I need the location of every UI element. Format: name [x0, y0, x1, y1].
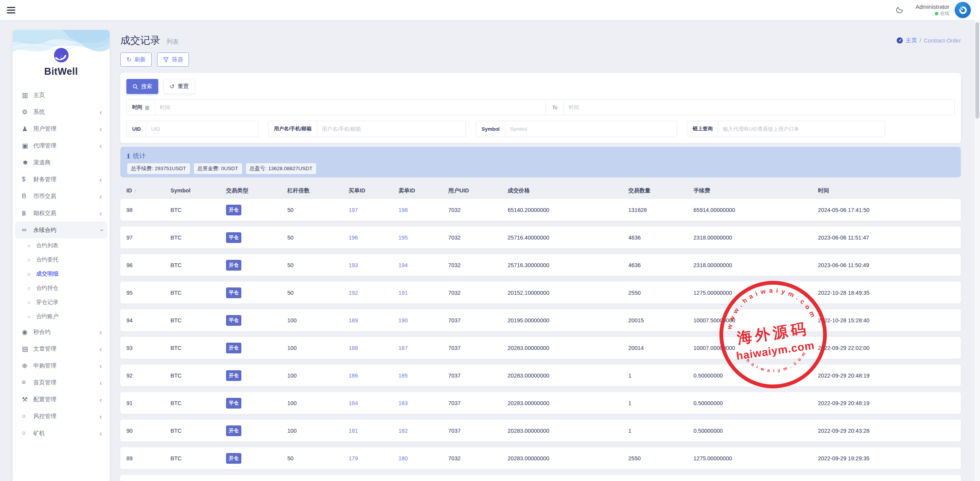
sell-order-link[interactable]: 195 [398, 235, 408, 241]
sidebar-item[interactable]: ◉ 秒合约 ‹ [13, 323, 110, 340]
sidebar-subitem[interactable]: ○ 穿仓记录 [13, 295, 110, 309]
chevron-icon: ‹ [97, 229, 104, 231]
breadcrumb: 主页 / Contract-Order [896, 34, 961, 44]
cell-uid: 7037 [448, 373, 508, 379]
sell-order-link[interactable]: 185 [398, 373, 408, 379]
newspaper-icon: ▤ [22, 345, 33, 353]
buy-order-link[interactable]: 196 [349, 235, 358, 241]
sidebar-item-label: 首页管理 [33, 379, 100, 386]
column-header[interactable]: 成交价格 [508, 187, 628, 194]
column-header[interactable]: 时间 [818, 187, 955, 194]
filter-button[interactable]: 筛选 [157, 53, 189, 67]
cell-time: 2022-09-29 20:48:19 [818, 373, 955, 379]
user-menu[interactable]: Administrator 在线 [916, 3, 949, 16]
cell-time: 2022-10-28 18:49:35 [818, 290, 955, 296]
scrollbar-thumb[interactable] [975, 22, 979, 119]
buy-order-link[interactable]: 188 [349, 345, 358, 351]
online-dot-icon [935, 12, 938, 15]
trade-type-badge: 开仓 [226, 343, 241, 353]
sidebar-item[interactable]: ▣ 代理管理 ‹ [13, 137, 110, 154]
cell-uid: 7032 [448, 262, 508, 268]
search-field-input[interactable] [317, 126, 465, 132]
sidebar-item[interactable]: ⚙ 系统 ‹ [13, 103, 110, 120]
column-header[interactable]: 卖单ID [398, 187, 448, 194]
user-icon: ♟ [22, 125, 33, 133]
sell-order-link[interactable]: 180 [398, 455, 408, 461]
sell-order-link[interactable]: 191 [398, 290, 408, 296]
sidebar-subitem[interactable]: ○ 合约委托 [13, 253, 110, 267]
calendar-icon: ▦ [145, 105, 149, 110]
sell-order-link[interactable]: 190 [398, 317, 408, 323]
sidebar-subitem-label: 穿仓记录 [36, 299, 58, 306]
sidebar-item[interactable]: ♟ 用户管理 ‹ [13, 120, 110, 137]
buy-order-link[interactable]: 181 [349, 428, 358, 434]
column-header[interactable]: 交易类型 [226, 187, 287, 194]
sidebar-item[interactable]: ∞ 永续合约 ‹ [15, 222, 107, 238]
cell-fee: 1275.00000000 [693, 455, 818, 461]
search-field-input[interactable] [505, 126, 677, 132]
sidebar-item[interactable]: ⊕ 申购管理 ‹ [13, 357, 110, 374]
menu-toggle-icon[interactable] [7, 5, 16, 15]
sell-order-link[interactable]: 183 [398, 400, 408, 406]
cell-leverage: 50 [287, 207, 349, 213]
search-field-input[interactable] [146, 126, 258, 132]
sidebar-item[interactable]: ☻ 渠道商 [13, 154, 110, 171]
sidebar-subitem-label: 合约列表 [36, 242, 58, 249]
breadcrumb-home-link[interactable]: 主页 [906, 37, 917, 44]
sidebar-item[interactable]: B 币币交易 ‹ [13, 188, 110, 205]
buy-order-link[interactable]: 184 [349, 400, 358, 406]
sell-order-link[interactable]: 187 [398, 345, 408, 351]
buy-order-link[interactable]: 179 [349, 455, 358, 461]
table-row: 96 BTC 开仓 50 193 194 7032 25716.30000000… [120, 254, 961, 276]
buy-order-link[interactable]: 193 [349, 262, 358, 268]
column-header[interactable]: 杠杆倍数 [287, 187, 349, 194]
circle-bullet-icon: ○ [27, 257, 30, 263]
sidebar-item[interactable]: ≡ 首页管理 ‹ [13, 374, 110, 391]
column-header[interactable]: 买单ID [349, 187, 398, 194]
column-header[interactable]: 交易数量 [628, 187, 693, 194]
sidebar-item[interactable]: ▥ 主页 [13, 87, 110, 103]
sidebar-subitem[interactable]: ○ 合约账户 [13, 309, 110, 323]
refresh-button[interactable]: ↻ 刷新 [120, 53, 152, 67]
cell-symbol: BTC [170, 317, 226, 323]
chevron-icon: ‹ [100, 430, 102, 437]
reset-button[interactable]: ↺ 重置 [164, 79, 195, 94]
cell-quantity: 4636 [628, 235, 693, 241]
sidebar-item[interactable]: ○ 风控管理 ‹ [13, 408, 110, 425]
time-from-input[interactable] [155, 105, 546, 110]
cell-time: 2024-05-06 17:41:50 [818, 207, 955, 213]
scrollbar[interactable] [974, 20, 980, 481]
sidebar-item[interactable]: ฿ 期权交易 ‹ [13, 205, 110, 222]
sidebar-item[interactable]: ⚒ 配置管理 ‹ [13, 391, 110, 408]
trade-type-badge: 平仓 [226, 287, 241, 298]
cell-symbol: BTC [170, 400, 226, 406]
page-title: 成交记录 [120, 34, 160, 46]
search-field-label: Symbol [476, 121, 505, 136]
search-button[interactable]: 搜索 [126, 79, 158, 94]
cell-id: 95 [126, 290, 170, 296]
column-header[interactable]: 手续费 [693, 187, 818, 194]
sidebar-item[interactable]: ▤ 文章管理 ‹ [13, 340, 110, 357]
sell-order-link[interactable]: 198 [398, 207, 408, 213]
sell-order-link[interactable]: 194 [398, 262, 408, 268]
dark-mode-icon[interactable] [895, 5, 904, 15]
sidebar-item[interactable]: ○ 矿机 ‹ [13, 425, 110, 442]
sidebar-item-label: 主页 [33, 92, 102, 99]
sidebar-item[interactable]: $ 财务管理 ‹ [13, 171, 110, 188]
column-header-id[interactable]: ID↑ [126, 187, 170, 194]
column-header[interactable]: Symbol [170, 187, 226, 194]
sell-order-link[interactable]: 182 [398, 428, 408, 434]
sidebar-subitem[interactable]: ○ 合约持仓 [13, 281, 110, 295]
buy-order-link[interactable]: 197 [349, 207, 358, 213]
column-header[interactable]: 用户UID [448, 187, 508, 194]
buy-order-link[interactable]: 192 [349, 290, 358, 296]
avatar[interactable] [955, 2, 971, 18]
buy-order-link[interactable]: 189 [349, 317, 358, 323]
sidebar-subitem[interactable]: ○ 成交明细 [13, 267, 110, 281]
chevron-icon: ‹ [100, 362, 102, 369]
sidebar-subitem[interactable]: ○ 合约列表 [13, 238, 110, 253]
time-to-input[interactable] [564, 105, 954, 110]
buy-order-link[interactable]: 186 [349, 373, 358, 379]
search-field-input[interactable] [718, 126, 885, 132]
cell-price: 25716.30000000 [508, 262, 628, 268]
